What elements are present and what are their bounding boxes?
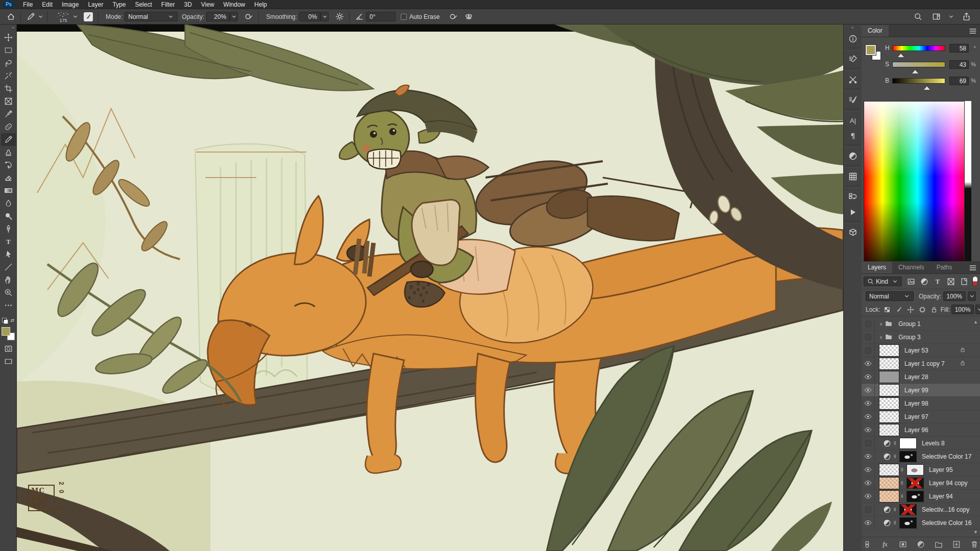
swatches-panel-icon[interactable] — [845, 169, 861, 184]
layers-opacity-chevron-icon[interactable] — [968, 291, 976, 301]
visibility-eye-icon[interactable] — [862, 397, 875, 410]
toggle-brush-panel-icon[interactable] — [82, 11, 95, 23]
adjustment-layer-icon[interactable] — [882, 519, 892, 527]
crop-tool[interactable] — [1, 82, 16, 95]
layer-name[interactable]: Layer 96 — [904, 427, 928, 434]
menu-view[interactable]: View — [197, 1, 219, 9]
menu-layer[interactable]: Layer — [83, 1, 108, 9]
menu-window[interactable]: Window — [219, 1, 250, 9]
layer-row-layer-1-copy-7[interactable]: Layer 1 copy 7 — [862, 357, 980, 370]
menu-image[interactable]: Image — [57, 1, 83, 9]
brightness-value[interactable]: 69 — [949, 77, 969, 85]
smoothing-dropdown-icon[interactable] — [321, 12, 329, 21]
adjustments-panel-icon[interactable] — [845, 148, 861, 164]
layer-thumbnail[interactable] — [879, 397, 899, 410]
layer-row-layer-98[interactable]: Layer 98 — [862, 397, 980, 410]
layer-thumbnail[interactable] — [879, 464, 899, 476]
zoom-tool[interactable] — [1, 286, 16, 299]
mask-link-icon[interactable] — [900, 466, 906, 474]
layer-row-levels-8[interactable]: Levels 8 — [862, 437, 980, 450]
layer-row-layer-96[interactable]: Layer 96 — [862, 423, 980, 437]
document-canvas[interactable]: MC BUR NIE 2 0 2 2 — [17, 24, 843, 551]
search-icon[interactable] — [911, 11, 924, 23]
tab-color[interactable]: Color — [862, 25, 889, 37]
brushes-panel-icon[interactable] — [845, 92, 861, 108]
layer-style-button[interactable]: fx — [879, 539, 891, 550]
workspace-switcher-icon[interactable] — [929, 11, 943, 23]
tab-paths[interactable]: Paths — [930, 262, 959, 273]
layer-thumbnail[interactable] — [879, 411, 899, 423]
mask-link-icon[interactable] — [900, 492, 906, 500]
visibility-empty-toggle[interactable] — [862, 331, 875, 343]
adjustment-layer-icon[interactable] — [882, 439, 892, 447]
menu-3d[interactable]: 3D — [179, 1, 196, 9]
smoothing-input[interactable]: 0% — [299, 12, 321, 21]
layer-row-group-3[interactable]: ›Group 3 — [862, 331, 980, 344]
layer-row-group-1[interactable]: ›Group 1 — [862, 317, 980, 331]
fill-input[interactable]: 100% — [951, 305, 974, 314]
new-adjustment-layer-button[interactable] — [915, 539, 926, 550]
info-panel-icon[interactable] — [845, 31, 861, 46]
foreground-color-swatch[interactable] — [866, 45, 876, 55]
hue-slider[interactable] — [892, 45, 945, 51]
visibility-eye-icon[interactable] — [862, 490, 875, 503]
new-group-button[interactable] — [933, 539, 944, 550]
visibility-eye-icon[interactable] — [862, 410, 875, 423]
layer-thumbnail[interactable] — [879, 358, 899, 370]
mask-link-icon[interactable] — [893, 519, 899, 527]
pressure-size-icon[interactable] — [447, 11, 460, 23]
saturation-slider[interactable] — [892, 62, 945, 67]
gradient-tool[interactable] — [1, 184, 16, 197]
filter-pixel-layers-icon[interactable] — [905, 276, 917, 287]
layer-name[interactable]: Layer 99 — [904, 387, 928, 394]
frame-tool[interactable] — [1, 95, 16, 108]
smoothing-options-gear-icon[interactable] — [333, 11, 346, 23]
layer-mask-thumbnail[interactable] — [899, 451, 917, 462]
history-panel-icon[interactable] — [845, 189, 861, 205]
new-layer-button[interactable] — [951, 539, 962, 550]
visibility-eye-icon[interactable] — [862, 516, 875, 529]
home-icon[interactable] — [4, 11, 17, 23]
dodge-tool[interactable] — [1, 210, 16, 222]
blend-mode-dropdown[interactable]: Normal — [866, 291, 914, 301]
visibility-empty-toggle[interactable] — [862, 344, 875, 357]
layer-name[interactable]: Levels 8 — [922, 440, 945, 447]
eyedropper-tool[interactable] — [1, 108, 16, 120]
layer-name[interactable]: Layer 28 — [904, 373, 928, 381]
layer-row-layer-97[interactable]: Layer 97 — [862, 410, 980, 423]
opacity-dropdown-icon[interactable] — [230, 12, 238, 21]
visibility-eye-icon[interactable] — [862, 423, 875, 436]
move-tool[interactable] — [1, 31, 16, 44]
visibility-eye-icon[interactable] — [862, 477, 875, 489]
menu-edit[interactable]: Edit — [37, 1, 57, 9]
hand-tool[interactable] — [1, 273, 16, 286]
menu-type[interactable]: Type — [108, 1, 130, 9]
tool-preset-pencil-icon[interactable] — [24, 11, 37, 23]
blur-tool[interactable] — [1, 197, 16, 210]
tab-layers[interactable]: Layers — [862, 262, 892, 273]
share-icon[interactable] — [960, 11, 973, 23]
foreground-color-swatch[interactable] — [2, 327, 10, 336]
layer-name[interactable]: Layer 98 — [904, 400, 928, 407]
layer-row-layer-95[interactable]: Layer 95 — [862, 463, 980, 477]
panels-collapse-icon[interactable]: « — [844, 24, 862, 31]
lock-position-icon[interactable] — [905, 305, 916, 315]
layer-mask-thumbnail[interactable] — [906, 464, 924, 475]
mask-link-icon[interactable] — [893, 439, 899, 447]
layer-mask-thumbnail[interactable] — [906, 491, 924, 502]
workspace-chevron-icon[interactable] — [948, 13, 954, 20]
layer-thumbnail[interactable] — [879, 384, 899, 396]
layer-name[interactable]: Selectiv...16 copy — [922, 506, 969, 513]
history-brush-tool[interactable] — [1, 159, 16, 171]
menu-select[interactable]: Select — [130, 1, 156, 9]
menu-file[interactable]: File — [18, 1, 37, 9]
pen-tool[interactable] — [1, 222, 16, 235]
hue-value[interactable]: 58 — [949, 44, 969, 53]
tool-presets-panel-icon[interactable] — [845, 72, 861, 87]
healing-brush-tool[interactable] — [1, 120, 16, 133]
character-panel-icon[interactable]: A| — [845, 113, 861, 128]
delete-layer-button[interactable] — [969, 539, 980, 550]
opacity-input[interactable]: 20% — [206, 12, 230, 21]
adjustment-layer-icon[interactable] — [882, 453, 892, 461]
tab-channels[interactable]: Channels — [892, 262, 930, 273]
